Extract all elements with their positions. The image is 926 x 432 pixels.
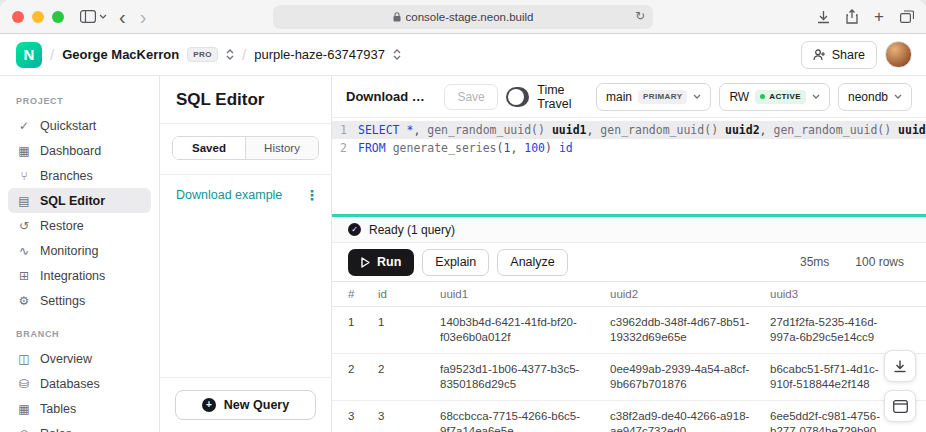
window-icon bbox=[893, 400, 908, 413]
page-title: SQL Editor bbox=[176, 90, 315, 110]
table-cell: 0ee499ab-2939-4a54-a8cf-9b667b701876 bbox=[610, 354, 770, 400]
chevron-down-icon bbox=[812, 94, 820, 99]
tab-overview-icon[interactable] bbox=[900, 10, 914, 23]
sidebar-item-databases[interactable]: ⛁Databases bbox=[8, 371, 151, 396]
sidebar-item-tables[interactable]: ▦Tables bbox=[8, 396, 151, 421]
new-tab-icon[interactable]: + bbox=[874, 8, 884, 25]
back-button[interactable]: ‹ bbox=[117, 7, 128, 27]
sidebar-item-label: Restore bbox=[40, 219, 84, 233]
compute-select-value: RW bbox=[729, 90, 749, 104]
main-area: Download exam... Save Time Travel main P… bbox=[332, 76, 926, 432]
table-cell: 2 bbox=[378, 354, 440, 385]
time-travel-toggle[interactable] bbox=[506, 87, 529, 107]
database-select[interactable]: neondb bbox=[838, 83, 912, 111]
gear-icon: ⚙ bbox=[17, 294, 31, 308]
saved-history-tabs: SavedHistory bbox=[172, 136, 319, 160]
overview-icon: ◫ bbox=[17, 352, 31, 366]
save-button[interactable]: Save bbox=[444, 84, 497, 110]
row-count: 100 rows bbox=[855, 255, 904, 269]
sql-editor[interactable]: 1SELECT *, gen_random_uuid() uuid1, gen_… bbox=[332, 118, 926, 214]
close-window-button[interactable] bbox=[12, 11, 24, 23]
sidebar-toggle-icon[interactable] bbox=[80, 10, 107, 23]
sidebar-item-quickstart[interactable]: ✓Quickstart bbox=[8, 113, 151, 138]
forward-button[interactable]: › bbox=[138, 7, 149, 27]
table-row[interactable]: 22fa9523d1-1b06-4377-b3c5-8350186d29c50e… bbox=[332, 354, 926, 401]
kebab-menu-icon[interactable]: ⋮ bbox=[305, 187, 319, 203]
new-query-button[interactable]: + New Query bbox=[175, 390, 316, 420]
branch-select[interactable]: main PRIMARY bbox=[596, 83, 711, 111]
sidebar-item-label: Databases bbox=[40, 377, 100, 391]
neon-logo[interactable]: N bbox=[16, 42, 42, 68]
compute-select[interactable]: RW ACTIVE bbox=[719, 83, 830, 111]
ready-check-icon: ✓ bbox=[348, 223, 361, 236]
saved-query-list: Download example⋮ bbox=[160, 175, 331, 377]
table-cell: 2 bbox=[348, 354, 378, 385]
minimize-window-button[interactable] bbox=[32, 11, 44, 23]
sidebar-item-restore[interactable]: ↺Restore bbox=[8, 213, 151, 238]
table-row[interactable]: 11140b3b4d-6421-41fd-bf20-f03e6b0a012fc3… bbox=[332, 307, 926, 354]
line-number: 1 bbox=[332, 121, 358, 139]
table-cell: 68ccbcca-7715-4266-b6c5-9f7a14ea6e5e bbox=[440, 401, 610, 432]
url-bar[interactable]: console-stage.neon.build ↻ bbox=[273, 5, 653, 29]
plus-icon: + bbox=[202, 398, 216, 412]
table-cell: c3962ddb-348f-4d67-8b51-19332d69e65e bbox=[610, 307, 770, 353]
sidebar-item-settings[interactable]: ⚙Settings bbox=[8, 288, 151, 313]
check-icon: ✓ bbox=[17, 119, 31, 133]
open-window-button[interactable] bbox=[884, 390, 916, 422]
code-text: SELECT *, gen_random_uuid() uuid1, gen_r… bbox=[358, 121, 926, 139]
sidebar-item-dashboard[interactable]: ▦Dashboard bbox=[8, 138, 151, 163]
browser-window: ‹ › console-stage.neon.build ↻ + N / Geo… bbox=[0, 0, 926, 432]
sidebar-item-monitoring[interactable]: ∿Monitoring bbox=[8, 238, 151, 263]
editor-toolbar: Download exam... Save Time Travel main P… bbox=[332, 76, 926, 118]
url-text: console-stage.neon.build bbox=[406, 11, 534, 23]
share-button[interactable]: Share bbox=[801, 41, 877, 69]
sidebar-item-label: Integrations bbox=[40, 269, 105, 283]
status-text: Ready (1 query) bbox=[369, 223, 455, 237]
zoom-window-button[interactable] bbox=[52, 11, 64, 23]
sidebar-item-roles[interactable]: ◉Roles bbox=[8, 421, 151, 432]
analyze-button[interactable]: Analyze bbox=[497, 249, 567, 276]
tab-history[interactable]: History bbox=[246, 137, 318, 159]
code-text: FROM generate_series(1, 100) id bbox=[358, 139, 573, 157]
editor-line[interactable]: 2FROM generate_series(1, 100) id bbox=[332, 139, 926, 157]
saved-query-item[interactable]: Download example⋮ bbox=[160, 175, 331, 215]
org-name[interactable]: George MacKerron bbox=[62, 47, 179, 62]
new-query-label: New Query bbox=[224, 398, 289, 412]
restore-icon: ↺ bbox=[17, 219, 31, 233]
avatar[interactable] bbox=[885, 41, 912, 68]
downloads-icon[interactable] bbox=[817, 10, 830, 24]
database-icon: ⛁ bbox=[17, 377, 31, 391]
table-row[interactable]: 3368ccbcca-7715-4266-b6c5-9f7a14ea6e5ec3… bbox=[332, 401, 926, 432]
lock-icon bbox=[393, 12, 401, 22]
project-name[interactable]: purple-haze-63747937 bbox=[254, 47, 385, 62]
project-switcher-icon[interactable] bbox=[393, 49, 401, 60]
table-cell: fa9523d1-1b06-4377-b3c5-8350186d29c5 bbox=[440, 354, 610, 400]
column-header: id bbox=[378, 288, 440, 300]
sidebar-item-sql-editor[interactable]: ▤SQL Editor bbox=[8, 188, 151, 213]
editor-line[interactable]: 1SELECT *, gen_random_uuid() uuid1, gen_… bbox=[332, 121, 926, 139]
sidebar-item-integrations[interactable]: ⊞Integrations bbox=[8, 263, 151, 288]
sidebar: PROJECT✓Quickstart▦Dashboard⑂Branches▤SQ… bbox=[0, 76, 160, 432]
download-results-button[interactable] bbox=[884, 350, 916, 382]
explain-button[interactable]: Explain bbox=[422, 249, 489, 276]
saved-query-name: Download example bbox=[176, 188, 282, 202]
chrome-actions: + bbox=[817, 8, 914, 25]
sidebar-item-label: Monitoring bbox=[40, 244, 98, 258]
org-switcher-icon[interactable] bbox=[226, 49, 234, 60]
tab-saved[interactable]: Saved bbox=[173, 137, 246, 159]
sidebar-item-label: Roles bbox=[40, 427, 72, 432]
run-button[interactable]: Run bbox=[348, 249, 414, 276]
sidebar-item-label: Overview bbox=[40, 352, 92, 366]
app-header: N / George MacKerron PRO / purple-haze-6… bbox=[0, 34, 926, 76]
play-icon bbox=[361, 257, 370, 268]
table-cell: 140b3b4d-6421-41fd-bf20-f03e6b0a012f bbox=[440, 307, 610, 353]
sidebar-item-branches[interactable]: ⑂Branches bbox=[8, 163, 151, 188]
column-header: uuid2 bbox=[610, 288, 770, 300]
sidebar-item-overview[interactable]: ◫Overview bbox=[8, 346, 151, 371]
share-icon[interactable] bbox=[846, 9, 858, 24]
query-status-bar: ✓ Ready (1 query) bbox=[332, 217, 926, 243]
refresh-icon[interactable]: ↻ bbox=[635, 9, 645, 23]
sidebar-section-label: PROJECT bbox=[16, 96, 143, 106]
table-cell: 1 bbox=[348, 307, 378, 338]
column-header: uuid1 bbox=[440, 288, 610, 300]
